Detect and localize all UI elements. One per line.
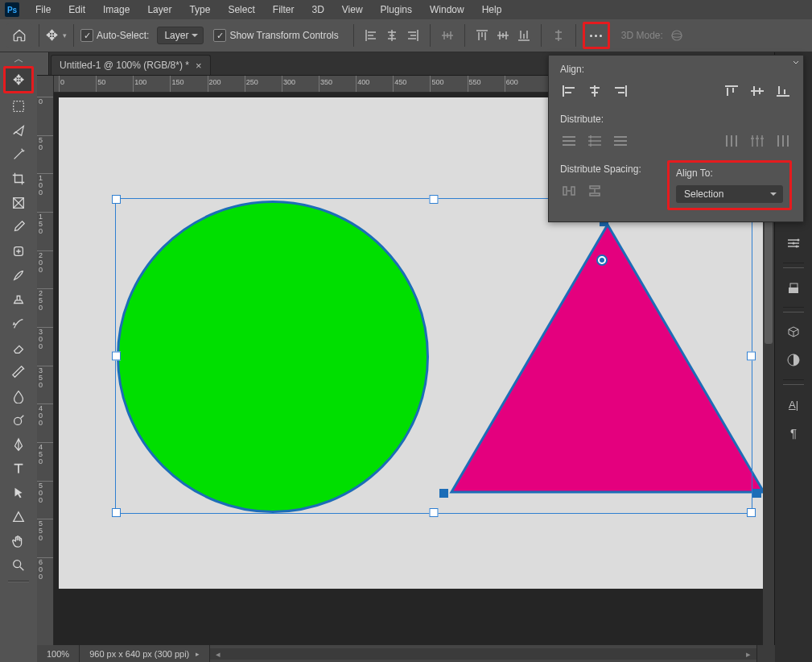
chevron-right-icon[interactable]: ▸ (196, 650, 200, 658)
lasso-tool[interactable] (6, 119, 31, 142)
align-vcenter-button[interactable] (494, 27, 512, 44)
marquee-tool[interactable] (6, 95, 31, 118)
chevron-down-icon[interactable]: ▾ (63, 31, 67, 39)
align-right-edges[interactable] (612, 83, 629, 99)
flyout-caret-icon[interactable] (792, 59, 800, 67)
clone-stamp-tool[interactable] (6, 288, 31, 311)
distribute-spacing-vertical[interactable] (586, 183, 604, 199)
zoom-level[interactable]: 100% (37, 645, 80, 662)
align-vertical-centers[interactable] (748, 83, 766, 99)
history-brush-tool[interactable] (6, 312, 31, 335)
handle-bl[interactable] (112, 508, 121, 517)
tool-separator (8, 581, 29, 582)
svg-point-1 (672, 34, 682, 38)
panel-separator (783, 307, 804, 312)
handle-ml[interactable] (112, 352, 121, 361)
panel-collapse-handle[interactable] (4, 57, 33, 65)
menu-help[interactable]: Help (474, 2, 510, 18)
distribute-horizontal-centers[interactable] (748, 133, 766, 149)
align-to-dropdown[interactable]: Selection (676, 185, 783, 203)
scroll-right-arrow[interactable]: ▸ (744, 649, 753, 660)
path-selection-tool[interactable] (6, 482, 31, 504)
crop-tool[interactable] (6, 168, 31, 190)
handle-tl[interactable] (112, 195, 121, 204)
status-spacer (756, 645, 775, 662)
auto-select-dropdown[interactable]: Layer (157, 27, 204, 44)
distribute-bottom-edges[interactable] (612, 133, 629, 149)
scrollbar-track[interactable] (223, 648, 744, 660)
distribute-vertical-centers[interactable] (586, 133, 604, 149)
type-tool[interactable] (6, 457, 31, 480)
magic-wand-tool[interactable] (6, 143, 31, 166)
align-bottom-edges[interactable] (774, 83, 792, 99)
handle-bm[interactable] (430, 508, 439, 517)
healing-brush-tool[interactable] (6, 240, 31, 263)
distribute-v-button[interactable] (550, 27, 567, 44)
vertical-ruler[interactable]: 050100150200250300350400450500550600 (37, 76, 54, 645)
dodge-tool[interactable] (6, 409, 31, 432)
orbit-icon[interactable] (670, 28, 684, 43)
layers-panel-icon[interactable] (781, 276, 806, 299)
more-options-button[interactable] (583, 22, 610, 49)
distribute-left-edges[interactable] (723, 133, 740, 149)
svg-point-18 (793, 242, 795, 245)
move-tool[interactable]: ✥ (3, 66, 34, 93)
distribute-right-edges[interactable] (774, 133, 792, 149)
document-dimensions[interactable]: 960 px x 640 px (300 ppi) ▸ (80, 645, 210, 662)
anchor-bl[interactable] (439, 489, 448, 498)
blur-tool[interactable] (6, 385, 31, 408)
brush-tool[interactable] (6, 264, 31, 287)
home-button[interactable] (6, 23, 32, 48)
eraser-tool[interactable] (6, 337, 31, 359)
hand-tool[interactable] (6, 530, 31, 552)
show-transform-checkbox[interactable] (213, 29, 226, 42)
align-left-edges[interactable] (560, 83, 578, 99)
menu-layer[interactable]: Layer (139, 2, 179, 18)
menu-edit[interactable]: Edit (60, 2, 93, 18)
menu-3d[interactable]: 3D (303, 2, 332, 18)
reference-point[interactable] (596, 254, 608, 266)
distribute-spacing-horizontal[interactable] (560, 183, 578, 199)
3d-mode-label: 3D Mode: (621, 30, 663, 41)
gradient-tool[interactable] (6, 361, 31, 383)
character-panel-icon[interactable]: A| (781, 393, 806, 416)
menu-file[interactable]: File (27, 2, 59, 18)
align-middle-button[interactable] (439, 27, 456, 44)
ellipsis-icon (590, 35, 602, 37)
auto-select-checkbox[interactable] (80, 29, 93, 42)
document-tab[interactable]: Untitled-1 @ 100% (RGB/8*) * × (51, 55, 211, 75)
align-section-label: Align: (560, 64, 792, 75)
menu-image[interactable]: Image (95, 2, 138, 18)
libraries-panel-icon[interactable] (781, 232, 806, 254)
align-bottom-button[interactable] (515, 27, 533, 44)
frame-tool[interactable] (6, 192, 31, 214)
align-right-button[interactable] (404, 27, 422, 44)
horizontal-scrollbar[interactable]: ◂ ▸ (210, 648, 756, 660)
distribute-top-edges[interactable] (560, 133, 578, 149)
tab-close-button[interactable]: × (196, 60, 202, 72)
menu-select[interactable]: Select (220, 2, 262, 18)
channels-panel-icon[interactable] (781, 349, 806, 371)
eyedropper-tool[interactable] (6, 216, 31, 238)
align-top-button[interactable] (473, 27, 491, 44)
shape-tool[interactable] (6, 506, 31, 528)
tabbar-handle[interactable] (37, 52, 49, 75)
align-hcenter-button[interactable] (383, 27, 401, 44)
paragraph-panel-icon[interactable]: ¶ (781, 421, 806, 444)
menu-filter[interactable]: Filter (265, 2, 303, 18)
zoom-tool[interactable] (6, 554, 31, 577)
menu-window[interactable]: Window (422, 2, 472, 18)
handle-br[interactable] (747, 508, 756, 517)
menu-type[interactable]: Type (181, 2, 218, 18)
align-left-button[interactable] (362, 27, 380, 44)
align-horizontal-centers[interactable] (586, 83, 604, 99)
separator (430, 24, 431, 47)
scroll-left-arrow[interactable]: ◂ (213, 649, 223, 660)
pen-tool[interactable] (6, 433, 31, 456)
menu-plugins[interactable]: Plugins (373, 2, 420, 18)
align-top-edges[interactable] (723, 83, 740, 99)
menu-view[interactable]: View (334, 2, 371, 18)
3d-panel-icon[interactable] (781, 321, 806, 343)
anchor-br[interactable] (752, 489, 761, 498)
handle-tm[interactable] (430, 195, 439, 204)
